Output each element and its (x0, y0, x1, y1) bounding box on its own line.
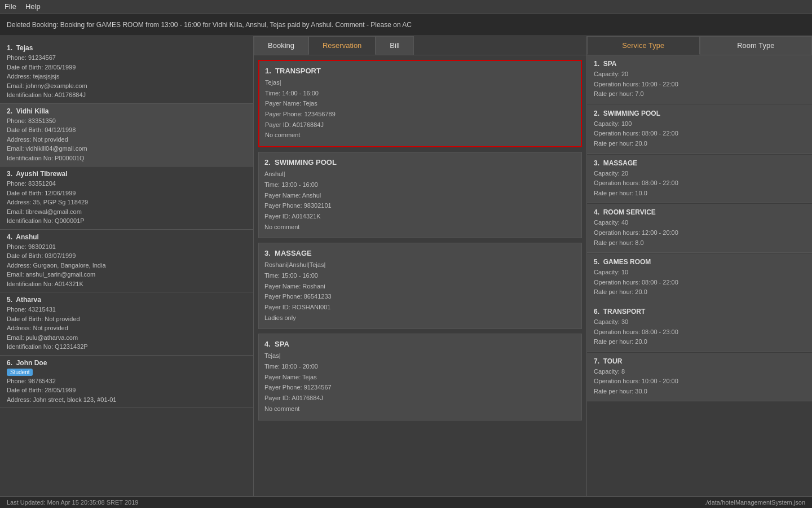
guest-name: 1. Tejas (7, 44, 246, 52)
tab-reservation[interactable]: Reservation (308, 36, 376, 55)
service-detail: Capacity: 40Operation hours: 12:00 - 20:… (594, 218, 805, 248)
service-detail: Capacity: 8Operation hours: 10:00 - 20:0… (594, 367, 805, 397)
reservation-detail: Roshani|Anshul|Tejas|Time: 15:00 - 16:00… (264, 260, 576, 323)
guest-item-5[interactable]: 5. AtharvaPhone: 43215431Date of Birth: … (0, 292, 253, 356)
reservation-detail: Anshul|Time: 13:00 - 16:00Payer Name: An… (264, 169, 576, 232)
statusbar-right: ./data/hotelManagementSystem.json (704, 499, 805, 506)
guest-name: 5. Atharva (7, 296, 246, 304)
notification-bar: Deleted Booking: Booking for GAMES ROOM … (0, 14, 812, 36)
tab-booking[interactable]: Booking (254, 36, 308, 55)
service-item-3[interactable]: 3. MASSAGECapacity: 20Operation hours: 0… (587, 155, 812, 204)
service-list: 1. SPACapacity: 20Operation hours: 10:00… (587, 55, 812, 402)
reservation-title: 1. TRANSPORT (265, 67, 575, 75)
service-detail: Capacity: 10Operation hours: 08:00 - 22:… (594, 268, 805, 297)
service-title: 1. SPA (594, 60, 805, 68)
service-title: 5. GAMES ROOM (594, 258, 805, 266)
reservation-card-3[interactable]: 3. MASSAGERoshani|Anshul|Tejas|Time: 15:… (258, 243, 582, 329)
main-content: 1. TejasPhone: 91234567Date of Birth: 28… (0, 36, 812, 496)
right-tab-bar: Service Type Room Type (587, 36, 812, 55)
guest-detail: Phone: 83351350Date of Birth: 04/12/1998… (7, 116, 246, 163)
guest-name: 6. John Doe (7, 359, 246, 367)
guest-item-4[interactable]: 4. AnshulPhone: 98302101Date of Birth: 0… (0, 230, 253, 293)
service-title: 4. ROOM SERVICE (594, 208, 805, 216)
guest-item-1[interactable]: 1. TejasPhone: 91234567Date of Birth: 28… (0, 41, 253, 104)
guest-item-6[interactable]: 6. John DoeStudentPhone: 98765432Date of… (0, 356, 253, 409)
guest-item-3[interactable]: 3. Ayushi TibrewalPhone: 83351204Date of… (0, 167, 253, 230)
service-title: 6. TRANSPORT (594, 308, 805, 316)
statusbar-left: Last Updated: Mon Apr 15 20:35:08 SRET 2… (7, 499, 138, 506)
tab-service-type[interactable]: Service Type (587, 36, 700, 55)
notification-text: Deleted Booking: Booking for GAMES ROOM … (7, 21, 412, 29)
guest-detail: Phone: 98302101Date of Birth: 03/07/1999… (7, 242, 246, 289)
reservations-list: 1. TRANSPORTTejas|Time: 14:00 - 16:00Pay… (254, 55, 586, 496)
reservation-title: 4. SPA (264, 340, 576, 348)
guest-item-2[interactable]: 2. Vidhi KillaPhone: 83351350Date of Bir… (0, 104, 253, 167)
guest-name: 2. Vidhi Killa (7, 107, 246, 115)
reservation-detail: Tejas|Time: 14:00 - 16:00Payer Name: Tej… (265, 77, 575, 141)
reservation-card-4[interactable]: 4. SPATejas|Time: 18:00 - 20:00Payer Nam… (258, 334, 582, 420)
service-title: 7. TOUR (594, 357, 805, 365)
tab-room-type[interactable]: Room Type (700, 36, 813, 55)
service-item-6[interactable]: 6. TRANSPORTCapacity: 30Operation hours:… (587, 303, 812, 352)
guest-name: 3. Ayushi Tibrewal (7, 170, 246, 178)
guest-detail: Phone: 43215431Date of Birth: Not provid… (7, 305, 246, 352)
reservation-card-1[interactable]: 1. TRANSPORTTejas|Time: 14:00 - 16:00Pay… (258, 60, 582, 147)
service-item-7[interactable]: 7. TOURCapacity: 8Operation hours: 10:00… (587, 353, 812, 402)
reservation-title: 3. MASSAGE (264, 249, 576, 257)
guest-detail: Phone: 98765432Date of Birth: 28/05/1999… (7, 376, 246, 405)
service-detail: Capacity: 100Operation hours: 08:00 - 22… (594, 119, 805, 149)
service-item-2[interactable]: 2. SWIMMING POOLCapacity: 100Operation h… (587, 105, 812, 154)
reservation-detail: Tejas|Time: 18:00 - 20:00Payer Name: Tej… (264, 351, 576, 414)
service-title: 3. MASSAGE (594, 159, 805, 167)
reservation-title: 2. SWIMMING POOL (264, 158, 576, 167)
tab-bar: Booking Reservation Bill (254, 36, 586, 55)
guest-detail: Phone: 91234567Date of Birth: 28/05/1999… (7, 53, 246, 100)
service-title: 2. SWIMMING POOL (594, 110, 805, 117)
menu-help[interactable]: Help (25, 2, 41, 11)
statusbar: Last Updated: Mon Apr 15 20:35:08 SRET 2… (0, 496, 812, 508)
center-panel: Booking Reservation Bill 1. TRANSPORTTej… (254, 36, 586, 496)
student-badge: Student (7, 369, 33, 376)
menu-file[interactable]: File (5, 2, 16, 11)
service-item-4[interactable]: 4. ROOM SERVICECapacity: 40Operation hou… (587, 204, 812, 253)
menubar: File Help (0, 0, 812, 14)
service-detail: Capacity: 20Operation hours: 08:00 - 22:… (594, 169, 805, 199)
guest-list: 1. TejasPhone: 91234567Date of Birth: 28… (0, 36, 254, 496)
tab-bill[interactable]: Bill (376, 36, 413, 55)
guest-detail: Phone: 83351204Date of Birth: 12/06/1999… (7, 179, 246, 226)
service-detail: Capacity: 20Operation hours: 10:00 - 22:… (594, 69, 805, 99)
service-item-1[interactable]: 1. SPACapacity: 20Operation hours: 10:00… (587, 55, 812, 104)
reservation-card-2[interactable]: 2. SWIMMING POOLAnshul|Time: 13:00 - 16:… (258, 152, 582, 238)
guest-name: 4. Anshul (7, 233, 246, 241)
service-detail: Capacity: 30Operation hours: 08:00 - 23:… (594, 317, 805, 347)
right-panel: Service Type Room Type 1. SPACapacity: 2… (586, 36, 812, 496)
service-item-5[interactable]: 5. GAMES ROOMCapacity: 10Operation hours… (587, 253, 812, 303)
